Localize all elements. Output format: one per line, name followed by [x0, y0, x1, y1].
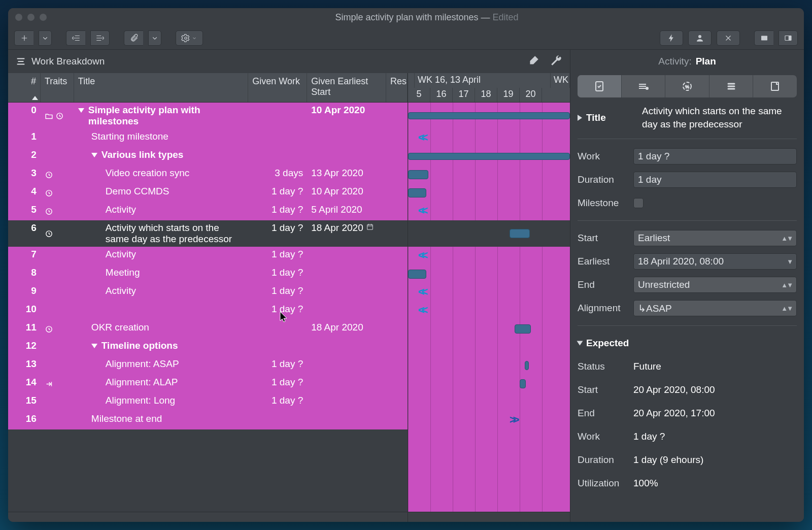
timeline-row[interactable] — [408, 320, 570, 338]
row-title[interactable]: OKR creation — [74, 320, 249, 338]
calendar-icon[interactable] — [366, 222, 374, 233]
row-title[interactable]: Meeting — [74, 265, 249, 283]
table-row[interactable]: 11OKR creation18 Apr 2020 — [8, 320, 408, 338]
traffic-close[interactable] — [15, 14, 22, 21]
timeline-row[interactable] — [408, 393, 570, 411]
gantt-bar[interactable] — [520, 379, 526, 388]
timeline-row[interactable] — [408, 375, 570, 393]
timeline-row[interactable] — [408, 338, 570, 356]
hscroll-right[interactable] — [408, 512, 570, 522]
row-start[interactable] — [307, 129, 386, 147]
row-work[interactable]: 1 day ? — [248, 184, 307, 202]
col-traits[interactable]: Traits — [41, 73, 74, 102]
end-select[interactable]: Unrestricted▲▼ — [633, 277, 797, 293]
table-row[interactable]: 5Activity1 day ?5 April 2020 — [8, 202, 408, 220]
row-work[interactable]: 1 day ? — [248, 265, 307, 283]
wrench-icon[interactable] — [550, 54, 563, 69]
table-row[interactable]: 16Milestone at end — [8, 411, 408, 429]
table-row[interactable]: 3Video creation sync3 days13 Apr 2020 — [8, 165, 408, 184]
row-start[interactable]: 10 Apr 2020 — [307, 184, 386, 202]
row-start[interactable]: 10 Apr 2020 — [307, 103, 386, 129]
col-number[interactable]: # — [8, 73, 41, 102]
table-row[interactable]: 1Starting milestone — [8, 129, 408, 147]
row-work[interactable] — [248, 129, 307, 147]
row-title[interactable]: Simple activity plan with milestones — [74, 103, 249, 129]
tab-notes[interactable] — [753, 75, 797, 97]
table-row[interactable]: 7Activity1 day ? — [8, 247, 408, 265]
table-row[interactable]: 2Various link types — [8, 147, 408, 165]
row-start[interactable] — [307, 265, 386, 283]
row-work[interactable] — [248, 411, 307, 429]
row-work[interactable]: 1 day ? — [248, 393, 307, 411]
row-title[interactable] — [74, 302, 249, 320]
row-start[interactable]: 5 April 2020 — [307, 202, 386, 220]
row-work[interactable]: 1 day ? — [248, 247, 307, 265]
tab-cost[interactable] — [622, 75, 666, 97]
title-disclose-icon[interactable] — [578, 115, 582, 121]
timeline-row[interactable]: << — [408, 247, 570, 265]
timeline-body[interactable]: <<<<<<<<<<>> — [408, 103, 570, 512]
row-work[interactable] — [248, 338, 307, 356]
table-row[interactable]: 13Alignment: ASAP1 day ? — [8, 356, 408, 375]
row-title[interactable]: Alignment: ALAP — [74, 375, 249, 393]
gantt-bar[interactable] — [408, 188, 426, 197]
row-title[interactable]: Video creation sync — [74, 165, 249, 184]
col-given-work[interactable]: Given Work — [248, 73, 307, 102]
row-title[interactable]: Demo CCMDS — [74, 184, 249, 202]
row-start[interactable] — [307, 283, 386, 302]
tab-plan[interactable] — [578, 75, 622, 97]
expected-disclose-icon[interactable] — [577, 341, 583, 346]
row-title[interactable]: Activity which starts on the same day as… — [74, 220, 249, 247]
row-work[interactable] — [248, 103, 307, 129]
row-work[interactable]: 1 day ? — [248, 220, 307, 247]
row-title[interactable]: Milestone at end — [74, 411, 249, 429]
row-title[interactable]: Alignment: ASAP — [74, 356, 249, 375]
attach-dropdown[interactable] — [148, 30, 161, 46]
timeline-row[interactable]: << — [408, 129, 570, 147]
row-work[interactable]: 1 day ? — [248, 375, 307, 393]
col-resources[interactable]: Res — [386, 73, 408, 102]
earliest-field[interactable]: 18 April 2020, 08:00▼ — [633, 253, 797, 270]
col-title[interactable]: Title — [74, 73, 249, 102]
table-row[interactable]: 6Activity which starts on the same day a… — [8, 220, 408, 247]
gear-dropdown[interactable] — [176, 30, 203, 46]
brush-icon[interactable] — [527, 54, 540, 69]
title-value[interactable]: Activity which starts on the same day as… — [642, 105, 797, 130]
add-dropdown[interactable] — [39, 30, 52, 46]
row-work[interactable] — [248, 147, 307, 165]
outdent-button[interactable] — [66, 30, 85, 46]
view-split-button[interactable] — [779, 30, 798, 46]
hscroll-left[interactable] — [8, 512, 408, 522]
row-start[interactable] — [307, 247, 386, 265]
tools-button[interactable] — [717, 30, 740, 46]
gantt-bar[interactable] — [510, 229, 530, 238]
timeline-row[interactable] — [408, 165, 570, 184]
person-button[interactable] — [688, 30, 712, 46]
tab-list[interactable] — [709, 75, 754, 97]
row-title[interactable]: Alignment: Long — [74, 393, 249, 411]
gantt-bar[interactable] — [408, 170, 428, 179]
attach-button[interactable] — [124, 30, 143, 46]
row-start[interactable] — [307, 147, 386, 165]
add-button[interactable] — [14, 30, 33, 46]
row-work[interactable]: 3 days — [248, 165, 307, 184]
row-start[interactable] — [307, 393, 386, 411]
timeline-row[interactable] — [408, 356, 570, 375]
table-row[interactable]: 4Demo CCMDS1 day ?10 Apr 2020 — [8, 184, 408, 202]
row-work[interactable] — [248, 320, 307, 338]
traffic-zoom[interactable] — [40, 14, 47, 21]
row-start[interactable] — [307, 302, 386, 320]
row-title[interactable]: Activity — [74, 247, 249, 265]
row-start[interactable]: 18 Apr 2020 — [307, 220, 386, 247]
timeline-row[interactable]: >> — [408, 411, 570, 429]
timeline-row[interactable] — [408, 265, 570, 283]
row-work[interactable]: 1 day ? — [248, 283, 307, 302]
table-row[interactable]: 14Alignment: ALAP1 day ? — [8, 375, 408, 393]
row-title[interactable]: Starting milestone — [74, 129, 249, 147]
row-start[interactable] — [307, 411, 386, 429]
disclose-icon[interactable] — [91, 344, 97, 348]
timeline-row[interactable] — [408, 220, 570, 247]
row-title[interactable]: Activity — [74, 202, 249, 220]
table-row[interactable]: 101 day ? — [8, 302, 408, 320]
disclose-icon[interactable] — [91, 153, 97, 157]
